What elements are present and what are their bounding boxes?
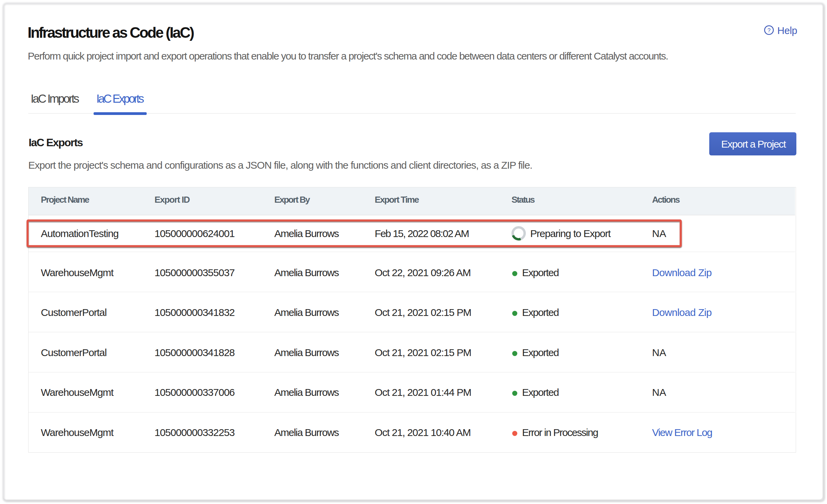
svg-text:?: ? — [767, 27, 771, 33]
